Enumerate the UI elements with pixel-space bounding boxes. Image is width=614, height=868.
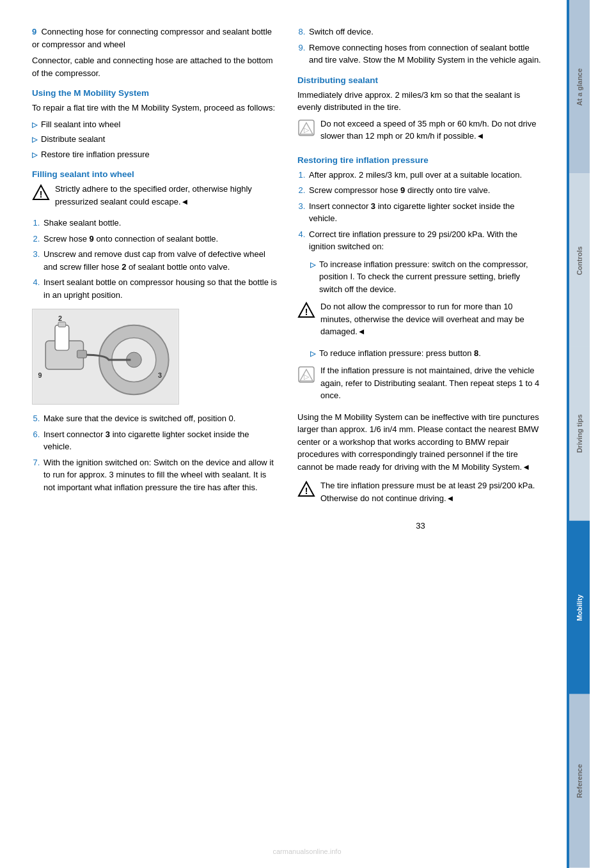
mobility-system-image: 9 2 3 — [32, 309, 179, 405]
steps-cont-right: Switch off device. Remove connecting hos… — [308, 26, 544, 66]
restore-step-2: Screw compressor hose 9 directly onto ti… — [308, 184, 544, 197]
intro-item-9: 9 Connecting hose for connecting compres… — [32, 26, 278, 50]
ineffective-note: Using the M Mobility System can be ineff… — [297, 411, 544, 474]
page-number: 33 — [297, 521, 544, 537]
warning-icon: ! — [32, 184, 50, 202]
svg-text:▷: ▷ — [304, 373, 310, 380]
warning-icon-2: ! — [297, 302, 315, 320]
intro-note: Connector, cable and connecting hose are… — [32, 54, 278, 79]
svg-text:!: ! — [40, 189, 43, 199]
restore-step-3: Insert connector 3 into cigarette lighte… — [308, 200, 544, 225]
warning-text-1: Strictly adhere to the specified order, … — [55, 183, 278, 208]
svg-text:9: 9 — [38, 371, 42, 379]
sidebar-tab-controls[interactable]: Controls — [569, 174, 590, 348]
sidebar: At a glance Controls Driving tips Mobili… — [569, 0, 590, 868]
step-6: Insert connector 3 into cigarette lighte… — [42, 428, 278, 453]
arrow-icon: ▷ — [310, 260, 315, 270]
note-box-distributing: ▷ Do not exceed a speed of 35 mph or 60 … — [297, 118, 544, 146]
warning-box-3: ! The tire inflation pressure must be at… — [297, 479, 544, 508]
svg-text:!: ! — [305, 307, 308, 317]
step-3: Unscrew and remove dust cap from valve o… — [42, 248, 278, 273]
warning-box-2: ! Do not allow the compressor to run for… — [297, 300, 544, 342]
filling-steps-list: Shake sealant bottle. Screw hose 9 onto … — [42, 217, 278, 301]
note-text-distributing: Do not exceed a speed of 35 mph or 60 km… — [320, 118, 544, 143]
list-item: ▷ Restore tire inflation pressure — [32, 148, 278, 161]
step-9: Remove connecting hoses from connection … — [308, 42, 544, 66]
sidebar-tab-at-a-glance[interactable]: At a glance — [569, 0, 590, 174]
watermark: carmanualsonline.info — [272, 848, 341, 855]
section-using-m-mobility-heading: Using the M Mobility System — [32, 88, 278, 98]
sidebar-tab-driving-tips[interactable]: Driving tips — [569, 347, 590, 521]
section-restoring-pressure-heading: Restoring tire inflation pressure — [297, 155, 544, 165]
warning-icon-3: ! — [297, 481, 315, 499]
section1-list: ▷ Fill sealant into wheel ▷ Distribute s… — [32, 118, 278, 161]
svg-text:3: 3 — [158, 371, 162, 379]
svg-text:2: 2 — [58, 314, 62, 322]
restoring-steps-list: After approx. 2 miles/3 km, pull over at… — [308, 169, 544, 253]
list-item: ▷ Fill sealant into wheel — [32, 118, 278, 131]
note-box-inflation: ▷ If the inflation pressure is not maint… — [297, 364, 544, 406]
step-4: Insert sealant bottle on compressor hous… — [42, 276, 278, 301]
svg-rect-8 — [58, 322, 66, 327]
svg-rect-7 — [55, 325, 69, 350]
section1-intro: To repair a flat tire with the M Mobilit… — [32, 102, 278, 114]
step-8: Switch off device. — [308, 26, 544, 38]
note-text-inflation: If the inflation pressure is not maintai… — [320, 364, 544, 402]
note-icon-2: ▷ — [297, 366, 315, 384]
warning-text-2: Do not allow the compressor to run for m… — [320, 300, 544, 338]
warning-box-1: ! Strictly adhere to the specified order… — [32, 183, 278, 212]
step-5: Make sure that the device is switched of… — [42, 412, 278, 425]
sub-arrow-decrease: ▷ To reduce inflation pressure: press bu… — [310, 347, 544, 360]
warning-text-3: The tire inflation pressure must be at l… — [320, 479, 544, 504]
list-item: ▷ Distribute sealant — [32, 133, 278, 146]
arrow-icon: ▷ — [32, 150, 37, 160]
section-distributing-sealant-heading: Distributing sealant — [297, 75, 544, 85]
distributing-intro: Immediately drive approx. 2 miles/3 km s… — [297, 89, 544, 114]
section-filling-sealant-heading: Filling sealant into wheel — [32, 169, 278, 179]
restore-step-4: Correct tire inflation pressure to 29 ps… — [308, 228, 544, 253]
note-icon: ▷ — [297, 119, 315, 137]
filling-steps-list-cont: Make sure that the device is switched of… — [42, 412, 278, 493]
restore-step-1: After approx. 2 miles/3 km, pull over at… — [308, 169, 544, 182]
sub-arrow-increase: ▷ To increase inflation pressure: switch… — [310, 258, 544, 296]
arrow-icon: ▷ — [310, 348, 315, 359]
step-2: Screw hose 9 onto connection of sealant … — [42, 233, 278, 245]
sidebar-tab-mobility[interactable]: Mobility — [569, 521, 590, 695]
step-7: With the ignition switched on: Switch on… — [42, 456, 278, 494]
svg-text:▷: ▷ — [304, 126, 310, 134]
step-1: Shake sealant bottle. — [42, 217, 278, 229]
sidebar-tab-reference[interactable]: Reference — [569, 694, 590, 868]
arrow-icon: ▷ — [32, 134, 37, 145]
svg-text:!: ! — [305, 486, 308, 496]
svg-rect-12 — [77, 350, 87, 358]
arrow-icon: ▷ — [32, 120, 37, 130]
